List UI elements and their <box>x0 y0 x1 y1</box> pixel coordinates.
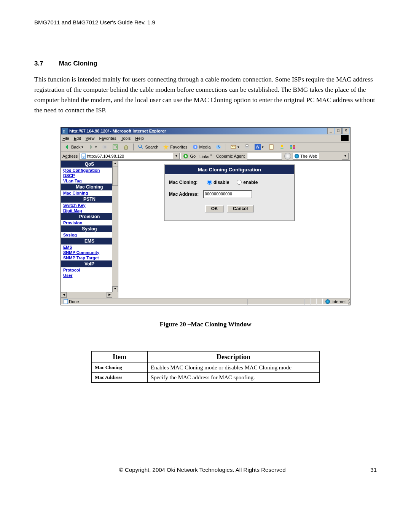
extra-button[interactable] <box>288 144 297 150</box>
sidebar-link[interactable]: Qos Configuration <box>61 168 118 173</box>
mail-icon <box>230 144 236 150</box>
menu-edit[interactable]: Edit <box>74 136 81 141</box>
word-button[interactable]: W▾ <box>253 144 265 150</box>
sidebar-scrollbar-horizontal[interactable]: ◀ ▶ <box>61 292 112 298</box>
item-cell: Mac Cloning <box>92 363 148 372</box>
svg-rect-22 <box>290 147 292 149</box>
copernic-search-icon[interactable] <box>284 153 291 160</box>
stop-button[interactable] <box>100 144 109 150</box>
mac-cloning-label: Mac Cloning: <box>169 180 203 185</box>
mac-address-label: Mac Address: <box>169 192 203 197</box>
print-button[interactable] <box>242 144 252 150</box>
row-mac-cloning: Mac Cloning: disable enable <box>169 180 290 185</box>
globe-icon <box>295 154 299 158</box>
mac-address-input[interactable] <box>203 190 252 198</box>
go-button[interactable]: Go <box>183 153 196 159</box>
refresh-button[interactable] <box>111 144 120 150</box>
scroll-down-icon[interactable]: ▼ <box>112 286 118 292</box>
resize-grip-icon[interactable] <box>348 299 350 304</box>
grid-icon <box>290 144 296 150</box>
page-number: 31 <box>370 466 377 473</box>
svg-text:e: e <box>63 129 65 133</box>
mail-button[interactable]: ▾ <box>229 144 241 150</box>
sidebar-link[interactable]: Provision <box>61 220 118 225</box>
cancel-button[interactable]: Cancel <box>227 205 254 212</box>
star-icon <box>163 144 169 150</box>
svg-rect-5 <box>113 145 118 149</box>
back-label: Back <box>71 145 80 149</box>
search-label: Search <box>145 145 158 149</box>
home-button[interactable] <box>121 144 131 150</box>
ie-app-icon: e <box>62 128 68 134</box>
svg-point-11 <box>194 146 196 148</box>
search-scope-dropdown[interactable]: The Web <box>293 153 319 160</box>
status-slot-1 <box>304 299 311 305</box>
minimize-button[interactable]: _ <box>327 128 334 134</box>
radio-disable[interactable] <box>207 180 212 185</box>
desc-cell: Enables MAC Cloning mode or disables MAC… <box>148 363 320 372</box>
history-button[interactable] <box>214 144 223 150</box>
menu-file[interactable]: File <box>62 136 69 141</box>
menu-tools[interactable]: Tools <box>121 136 131 141</box>
sidebar-link[interactable]: VLan Tag <box>61 178 118 184</box>
messenger-button[interactable] <box>277 144 287 150</box>
ok-button[interactable]: OK <box>205 205 224 212</box>
maximize-button[interactable]: □ <box>335 128 342 134</box>
back-button[interactable]: Back ▾ <box>62 144 85 150</box>
links-label[interactable]: Links » <box>199 153 212 159</box>
status-zone-label: Internet <box>331 299 346 304</box>
ie-throbber-icon <box>341 135 349 141</box>
ie-titlebar: e http://67.104.98.120/ - Microsoft Inte… <box>61 128 350 134</box>
description-table: Item Description Mac CloningEnables MAC … <box>91 351 320 383</box>
radio-enable[interactable] <box>237 180 242 185</box>
sidebar-link[interactable]: SNMP Community <box>61 250 118 255</box>
ie-window: e http://67.104.98.120/ - Microsoft Inte… <box>61 127 350 305</box>
menu-help[interactable]: Help <box>135 136 144 141</box>
section-paragraph: This function is intended mainly for use… <box>34 74 377 116</box>
status-done: Done <box>61 299 247 305</box>
ie-content: QoSQos ConfigurationDSCPVLan TagMac Clon… <box>61 161 350 298</box>
address-input[interactable]: e http://67.104.98.120 ▾ <box>79 153 181 160</box>
note-button[interactable] <box>267 144 276 150</box>
media-label: Media <box>199 145 211 149</box>
search-button[interactable]: Search <box>136 144 160 150</box>
forward-button[interactable]: ▾ <box>86 144 99 150</box>
close-button[interactable]: × <box>342 128 349 134</box>
sidebar-scrollbar-vertical[interactable]: ▲ ▼ <box>112 161 118 298</box>
address-label: Address <box>62 154 78 158</box>
sidebar-link[interactable]: Syslog <box>61 232 118 238</box>
forward-icon <box>88 144 94 150</box>
section-heading: 3.7 Mac Cloning <box>34 60 377 67</box>
address-dropdown[interactable]: ▾ <box>173 153 180 160</box>
table-row: Mac CloningEnables MAC Cloning mode or d… <box>92 363 320 372</box>
page-footer: © Copyright, 2004 Oki Network Technologi… <box>34 466 377 473</box>
chevron-down-icon: ▾ <box>81 145 83 149</box>
favorites-button[interactable]: Favorites <box>161 144 189 150</box>
sidebar-link[interactable]: Switch Key <box>61 203 118 208</box>
sidebar-link[interactable]: EMS <box>61 244 118 250</box>
scroll-up-icon[interactable]: ▲ <box>112 161 118 166</box>
desc-cell: Specify the MAC address for MAC spoofing… <box>148 372 320 382</box>
copernic-input[interactable] <box>247 153 282 160</box>
sidebar-link[interactable]: User <box>61 273 118 278</box>
print-icon <box>244 144 250 150</box>
sidebar-link[interactable]: Protocol <box>61 267 118 273</box>
svg-marker-3 <box>90 145 92 149</box>
status-text: Done <box>69 299 79 304</box>
ie-toolbar: Back ▾ ▾ Search Favorites Media ▾ W▾ <box>61 142 350 152</box>
menu-view[interactable]: View <box>86 136 95 141</box>
media-button[interactable]: Media <box>191 144 212 150</box>
scroll-left-icon[interactable]: ◀ <box>61 292 67 298</box>
word-icon: W <box>255 144 261 150</box>
svg-rect-28 <box>64 299 68 304</box>
scope-drop-button[interactable]: ▾ <box>342 153 349 160</box>
sidebar-link[interactable]: Digit Map <box>61 208 118 213</box>
status-zone: Internet <box>323 299 348 305</box>
scroll-right-icon[interactable]: ▶ <box>107 292 112 298</box>
menu-favorites[interactable]: Favorites <box>99 136 116 141</box>
sidebar-link[interactable]: Mac Cloning <box>61 190 118 196</box>
sidebar-link[interactable]: SNMP Trap Target <box>61 255 118 260</box>
sidebar-link[interactable]: DSCP <box>61 173 118 178</box>
scroll-thumb[interactable] <box>112 166 118 186</box>
section-title: Mac Cloning <box>59 60 97 67</box>
